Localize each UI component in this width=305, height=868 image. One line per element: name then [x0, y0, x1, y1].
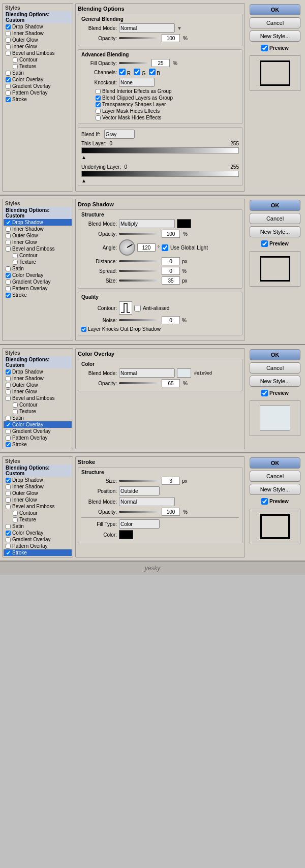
stroke-check-1[interactable]: [6, 97, 11, 102]
gradient-overlay-check-2[interactable]: [6, 280, 11, 285]
styles-item-gradient-overlay[interactable]: Gradient Overlay: [4, 83, 72, 89]
preview-check-3[interactable]: [261, 390, 268, 396]
styles-item-blending-options-4[interactable]: Blending Options: Custom: [4, 464, 72, 477]
outer-glow-check-4[interactable]: [6, 491, 11, 496]
pattern-overlay-check-3[interactable]: [6, 436, 11, 441]
color-overlay-check-3[interactable]: [6, 422, 11, 427]
ds-spread-input[interactable]: [162, 267, 180, 275]
ds-opacity-slider[interactable]: [119, 233, 160, 235]
styles-item-blending-options-2[interactable]: Blending Options: Custom: [4, 207, 72, 219]
drop-shadow-check-3[interactable]: [6, 369, 11, 375]
inner-glow-check-2[interactable]: [6, 240, 11, 245]
ds-distance-slider[interactable]: [119, 260, 160, 262]
ok-button-3[interactable]: OK: [250, 349, 300, 360]
satin-check-2[interactable]: [6, 266, 11, 271]
texture-check-1[interactable]: [13, 64, 18, 69]
texture-check-2[interactable]: [13, 260, 18, 265]
styles-item-stroke[interactable]: Stroke: [4, 96, 72, 103]
styles-item-color-overlay-4[interactable]: Color Overlay: [4, 530, 72, 536]
styles-item-inner-shadow-3[interactable]: Inner Shadow: [4, 375, 72, 382]
underlying-bar[interactable]: [81, 171, 239, 177]
new-style-button-4[interactable]: New Style...: [250, 484, 300, 495]
bevel-check-1[interactable]: [6, 51, 11, 56]
outer-glow-check-2[interactable]: [6, 233, 11, 238]
color-overlay-check-2[interactable]: [6, 273, 11, 278]
styles-item-gradient-overlay-4[interactable]: Gradient Overlay: [4, 536, 72, 543]
styles-item-blending-options[interactable]: Blending Options: Custom: [4, 11, 72, 23]
ds-opacity-input[interactable]: [162, 230, 180, 238]
st-size-slider[interactable]: [119, 480, 160, 482]
inner-glow-check-1[interactable]: [6, 44, 11, 49]
styles-item-inner-glow-2[interactable]: Inner Glow: [4, 239, 72, 245]
inner-shadow-check-1[interactable]: [6, 31, 11, 36]
ds-size-slider[interactable]: [119, 280, 160, 282]
satin-check-3[interactable]: [6, 416, 11, 421]
ds-angle-dial[interactable]: [119, 239, 135, 256]
channel-g[interactable]: G: [134, 69, 146, 76]
stroke-check-2[interactable]: [6, 293, 11, 298]
drop-shadow-check-1[interactable]: [6, 24, 11, 29]
stroke-check-4[interactable]: [6, 550, 11, 555]
styles-item-drop-shadow[interactable]: Drop Shadow: [4, 23, 72, 30]
styles-item-pattern-overlay-4[interactable]: Pattern Overlay: [4, 543, 72, 549]
styles-item-satin-4[interactable]: Satin: [4, 523, 72, 530]
inner-shadow-check-4[interactable]: [6, 484, 11, 489]
styles-item-texture-4[interactable]: Texture: [4, 516, 72, 523]
styles-item-drop-shadow-3[interactable]: Drop Shadow: [4, 368, 72, 375]
satin-check-4[interactable]: [6, 524, 11, 529]
preview-check-2[interactable]: [261, 240, 268, 247]
fill-opacity-slider[interactable]: [119, 62, 149, 64]
preview-check-1[interactable]: [261, 45, 268, 51]
vector-mask-check[interactable]: [96, 115, 101, 120]
gradient-overlay-check-3[interactable]: [6, 429, 11, 434]
styles-item-bevel-2[interactable]: Bevel and Emboss: [4, 245, 72, 252]
styles-item-inner-glow-4[interactable]: Inner Glow: [4, 497, 72, 503]
drop-shadow-check-2[interactable]: [6, 220, 11, 225]
co-opacity-slider[interactable]: [119, 382, 160, 384]
ds-anti-aliased-check[interactable]: [134, 305, 141, 312]
ds-contour-preview[interactable]: [119, 301, 132, 315]
styles-item-outer-glow-4[interactable]: Outer Glow: [4, 490, 72, 497]
ds-blend-mode-select[interactable]: Multiply: [119, 219, 175, 228]
this-layer-bar[interactable]: [81, 147, 239, 153]
gradient-overlay-check-1[interactable]: [6, 84, 11, 89]
st-opacity-input[interactable]: [162, 508, 180, 516]
styles-item-satin[interactable]: Satin: [4, 70, 72, 76]
blend-mode-select[interactable]: Normal: [119, 23, 175, 33]
outer-glow-check-3[interactable]: [6, 383, 11, 388]
pattern-overlay-check-4[interactable]: [6, 544, 11, 549]
knockout-select[interactable]: None: [119, 78, 155, 87]
preview-check-4[interactable]: [261, 498, 268, 505]
contour-check-3[interactable]: [13, 402, 18, 408]
ds-noise-slider[interactable]: [119, 319, 160, 321]
ds-distance-input[interactable]: [162, 257, 180, 265]
ds-spread-slider[interactable]: [119, 270, 160, 272]
styles-item-stroke-2[interactable]: Stroke: [4, 292, 72, 298]
styles-item-inner-shadow-4[interactable]: Inner Shadow: [4, 483, 72, 490]
inner-shadow-check-3[interactable]: [6, 376, 11, 381]
fill-opacity-input[interactable]: [151, 59, 170, 67]
inner-glow-check-3[interactable]: [6, 389, 11, 394]
styles-item-contour-2[interactable]: Contour: [4, 252, 72, 259]
new-style-button-3[interactable]: New Style...: [250, 376, 300, 387]
contour-check-4[interactable]: [13, 511, 18, 516]
color-overlay-check-1[interactable]: [6, 77, 11, 82]
ok-button-1[interactable]: OK: [250, 4, 300, 15]
styles-item-bevel-3[interactable]: Bevel and Emboss: [4, 395, 72, 401]
styles-item-outer-glow-3[interactable]: Outer Glow: [4, 382, 72, 388]
color-overlay-check-4[interactable]: [6, 531, 11, 536]
st-color-swatch[interactable]: [119, 530, 133, 539]
styles-item-contour-4[interactable]: Contour: [4, 510, 72, 516]
cancel-button-4[interactable]: Cancel: [250, 471, 300, 482]
styles-item-bevel-4[interactable]: Bevel and Emboss: [4, 503, 72, 510]
styles-item-drop-shadow-2[interactable]: Drop Shadow: [4, 219, 72, 226]
layer-mask-check[interactable]: [96, 109, 101, 114]
ds-angle-input[interactable]: [137, 243, 156, 252]
styles-item-stroke-3[interactable]: Stroke: [4, 441, 72, 448]
styles-item-contour-3[interactable]: Contour: [4, 401, 72, 408]
opacity-slider[interactable]: [119, 37, 160, 39]
styles-item-inner-glow-3[interactable]: Inner Glow: [4, 388, 72, 395]
channel-r[interactable]: R: [119, 69, 131, 76]
texture-check-3[interactable]: [13, 409, 18, 414]
styles-item-drop-shadow-4[interactable]: Drop Shadow: [4, 477, 72, 483]
